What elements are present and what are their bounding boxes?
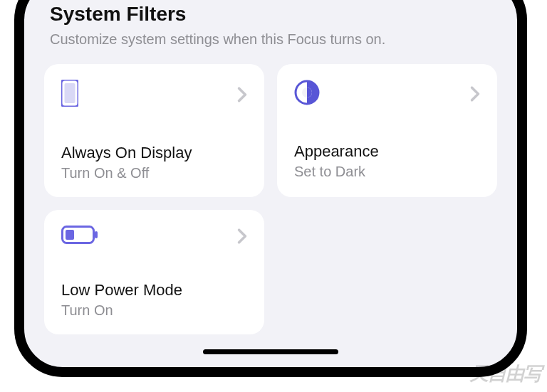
always-on-display-card[interactable]: Always On Display Turn On & Off [44, 64, 264, 197]
appearance-card[interactable]: Appearance Set to Dark [277, 64, 497, 197]
svg-rect-1 [65, 83, 75, 103]
card-header [61, 226, 247, 247]
phone-icon [61, 80, 78, 110]
card-subtitle: Set to Dark [294, 164, 480, 180]
battery-icon [61, 226, 98, 247]
appearance-icon [294, 80, 320, 108]
card-title: Appearance [294, 142, 480, 161]
home-indicator [203, 349, 338, 354]
card-header [61, 80, 247, 110]
svg-rect-8 [95, 231, 98, 238]
chevron-right-icon [470, 86, 480, 102]
section-subtitle: Customize system settings when this Focu… [44, 30, 497, 48]
section-title: System Filters [44, 3, 497, 26]
phone-frame: System Filters Customize system settings… [14, 0, 527, 377]
low-power-mode-card[interactable]: Low Power Mode Turn On [44, 210, 264, 334]
watermark: 又自由写 [470, 361, 541, 386]
svg-rect-9 [66, 230, 74, 240]
chevron-right-icon [237, 87, 247, 102]
settings-screen: System Filters Customize system settings… [24, 0, 517, 351]
chevron-right-icon [237, 228, 247, 244]
card-subtitle: Turn On & Off [61, 165, 247, 181]
card-header [294, 80, 480, 108]
card-title: Always On Display [61, 144, 247, 162]
card-subtitle: Turn On [61, 302, 247, 319]
card-title: Low Power Mode [61, 281, 247, 300]
filter-grid: Always On Display Turn On & Off [44, 64, 497, 334]
